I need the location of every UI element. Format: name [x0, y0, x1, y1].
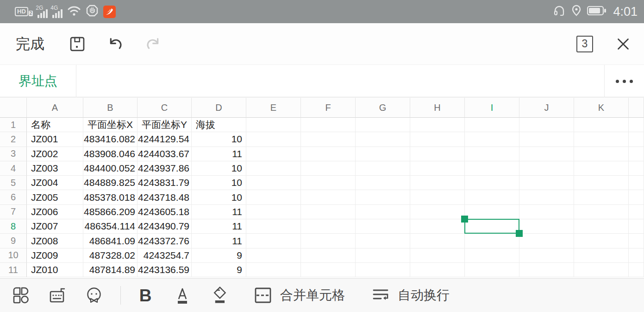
- cell[interactable]: [356, 118, 410, 132]
- cell[interactable]: [410, 161, 465, 176]
- cell[interactable]: [465, 234, 519, 248]
- selection-handle-top-left[interactable]: [461, 216, 468, 223]
- cell[interactable]: [519, 205, 574, 219]
- sheet-tab-active[interactable]: 界址点: [0, 65, 76, 97]
- row-header-6[interactable]: 6: [0, 190, 27, 204]
- cell[interactable]: [574, 205, 629, 219]
- cell[interactable]: [410, 248, 465, 263]
- merge-cells-button[interactable]: 合并单元格: [252, 285, 345, 306]
- cell[interactable]: [301, 190, 356, 204]
- cell[interactable]: [629, 263, 644, 277]
- cell[interactable]: [574, 234, 629, 248]
- cell[interactable]: 4243254.7: [138, 248, 192, 263]
- cell[interactable]: [246, 248, 301, 263]
- row-header-7[interactable]: 7: [0, 205, 27, 219]
- cell[interactable]: [410, 176, 465, 190]
- cell[interactable]: JZ002: [27, 147, 83, 161]
- cell[interactable]: [301, 161, 356, 176]
- cell[interactable]: [465, 176, 519, 190]
- cell[interactable]: [301, 176, 356, 190]
- row-header-11[interactable]: 11: [0, 263, 27, 277]
- cell[interactable]: [246, 219, 301, 234]
- cell[interactable]: [629, 248, 644, 263]
- cell[interactable]: [410, 132, 465, 146]
- cell[interactable]: 10: [192, 176, 246, 190]
- cell[interactable]: [410, 263, 465, 277]
- cell[interactable]: 11: [192, 147, 246, 161]
- cell[interactable]: [465, 219, 519, 234]
- cell[interactable]: [574, 190, 629, 204]
- cell[interactable]: [301, 132, 356, 146]
- cell[interactable]: [246, 118, 301, 132]
- cell[interactable]: [574, 248, 629, 263]
- cell[interactable]: 10: [192, 132, 246, 146]
- cell[interactable]: 485866.209: [83, 205, 138, 219]
- cell[interactable]: 4244033.67: [138, 147, 192, 161]
- row-header-5[interactable]: 5: [0, 176, 27, 190]
- grid-corner[interactable]: [0, 98, 27, 118]
- undo-icon[interactable]: [105, 33, 126, 55]
- cell[interactable]: [356, 219, 410, 234]
- cell[interactable]: 487814.89: [83, 263, 138, 277]
- cell[interactable]: [465, 205, 519, 219]
- cell[interactable]: JZ008: [27, 234, 83, 248]
- row-header-2[interactable]: 2: [0, 132, 27, 146]
- cell[interactable]: [246, 190, 301, 204]
- redo-icon[interactable]: [143, 33, 164, 55]
- close-icon[interactable]: [613, 33, 634, 55]
- column-header-F[interactable]: F: [301, 98, 356, 118]
- cell[interactable]: [465, 263, 519, 277]
- spreadsheet-grid[interactable]: ABCDEFGHIJK1名称平面坐标X平面坐标Y海拔2JZ001483416.0…: [0, 98, 644, 278]
- cell[interactable]: [574, 147, 629, 161]
- row-header-3[interactable]: 3: [0, 147, 27, 161]
- row-header-9[interactable]: 9: [0, 234, 27, 248]
- cell[interactable]: 4244129.54: [138, 132, 192, 146]
- save-icon[interactable]: [67, 33, 88, 55]
- cell[interactable]: [301, 263, 356, 277]
- done-button[interactable]: 完成: [16, 34, 44, 54]
- cell[interactable]: [465, 161, 519, 176]
- cell[interactable]: 4243605.18: [138, 205, 192, 219]
- column-header-partial[interactable]: [629, 98, 644, 118]
- row-header-10[interactable]: 10: [0, 248, 27, 263]
- cell[interactable]: 11: [192, 234, 246, 248]
- cell[interactable]: [574, 161, 629, 176]
- cell[interactable]: [519, 132, 574, 146]
- cell[interactable]: JZ001: [27, 132, 83, 146]
- cell[interactable]: [246, 205, 301, 219]
- cell[interactable]: [519, 147, 574, 161]
- cell[interactable]: 483416.082: [83, 132, 138, 146]
- cell[interactable]: [356, 132, 410, 146]
- cell[interactable]: JZ005: [27, 190, 83, 204]
- cell[interactable]: 9: [192, 248, 246, 263]
- cell[interactable]: [410, 118, 465, 132]
- cell[interactable]: [519, 263, 574, 277]
- column-header-C[interactable]: C: [138, 98, 192, 118]
- cell[interactable]: 10: [192, 190, 246, 204]
- cell[interactable]: [356, 147, 410, 161]
- cell[interactable]: [356, 190, 410, 204]
- cell[interactable]: JZ006: [27, 205, 83, 219]
- cell[interactable]: [301, 234, 356, 248]
- cell[interactable]: [356, 176, 410, 190]
- cell[interactable]: JZ003: [27, 161, 83, 176]
- cell[interactable]: [574, 118, 629, 132]
- cell[interactable]: [519, 219, 574, 234]
- cell[interactable]: [629, 147, 644, 161]
- cell[interactable]: [246, 263, 301, 277]
- cell[interactable]: [574, 219, 629, 234]
- cell[interactable]: [465, 118, 519, 132]
- column-header-A[interactable]: A: [27, 98, 83, 118]
- column-header-D[interactable]: D: [192, 98, 246, 118]
- cell[interactable]: [301, 118, 356, 132]
- cell[interactable]: 11: [192, 219, 246, 234]
- cell[interactable]: [519, 161, 574, 176]
- cell[interactable]: [465, 190, 519, 204]
- fill-color-icon[interactable]: [209, 285, 230, 306]
- row-header-1[interactable]: 1: [0, 118, 27, 132]
- cell[interactable]: JZ009: [27, 248, 83, 263]
- cell[interactable]: 485378.018: [83, 190, 138, 204]
- cell[interactable]: [410, 147, 465, 161]
- cell[interactable]: 4243136.59: [138, 263, 192, 277]
- cell[interactable]: [574, 263, 629, 277]
